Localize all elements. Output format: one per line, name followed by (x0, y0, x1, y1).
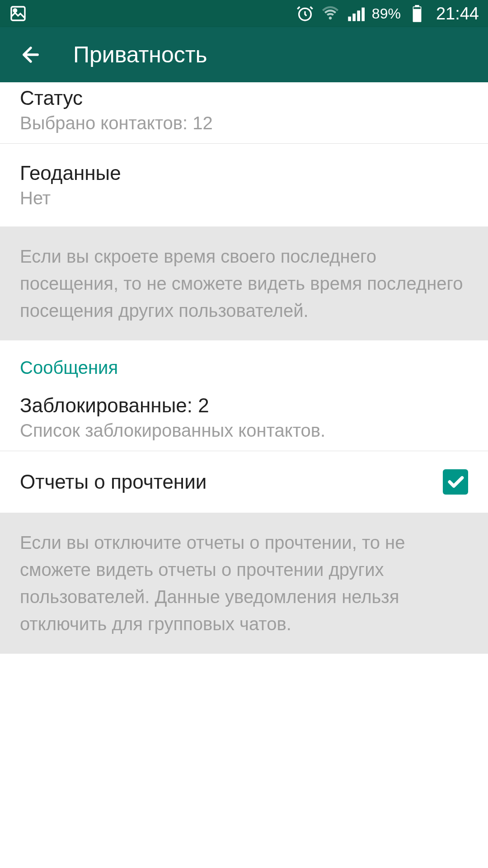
location-subtitle: Нет (20, 188, 468, 208)
status-left (9, 5, 27, 23)
location-title: Геоданные (20, 162, 468, 184)
battery-percent: 89% (372, 5, 401, 22)
location-setting[interactable]: Геоданные Нет (0, 144, 488, 226)
wifi-icon (321, 5, 339, 23)
svg-rect-6 (361, 8, 365, 21)
last-seen-info-text: Если вы скроете время своего последнего … (20, 243, 468, 324)
battery-icon (408, 5, 426, 23)
status-title: Статус (20, 87, 468, 109)
content: Статус Выбрано контактов: 12 Геоданные Н… (0, 82, 488, 654)
alarm-icon (296, 5, 314, 23)
back-button[interactable] (17, 41, 44, 68)
status-setting[interactable]: Статус Выбрано контактов: 12 (0, 82, 488, 144)
svg-rect-5 (357, 10, 360, 21)
last-seen-info: Если вы скроете время своего последнего … (0, 226, 488, 340)
svg-rect-9 (413, 7, 421, 9)
read-receipts-info: Если вы отключите отчеты о прочтении, то… (0, 513, 488, 654)
blocked-setting[interactable]: Заблокированные: 2 Список заблокированны… (0, 382, 488, 451)
time: 21:44 (436, 4, 479, 24)
blocked-subtitle: Список заблокированных контактов. (20, 420, 468, 441)
read-receipts-label: Отчеты о прочтении (20, 471, 206, 493)
status-bar: 89% 21:44 (0, 0, 488, 27)
read-receipts-info-text: Если вы отключите отчеты о прочтении, то… (20, 529, 468, 637)
app-bar: Приватность (0, 27, 488, 82)
svg-rect-4 (352, 14, 356, 21)
read-receipts-setting[interactable]: Отчеты о прочтении (0, 451, 488, 513)
status-subtitle: Выбрано контактов: 12 (20, 113, 468, 133)
svg-point-1 (14, 9, 17, 12)
section-messages-title: Сообщения (20, 358, 468, 378)
read-receipts-checkbox[interactable] (443, 469, 468, 495)
signal-icon (347, 5, 365, 23)
image-icon (9, 5, 27, 23)
status-right: 89% 21:44 (296, 4, 479, 24)
blocked-title: Заблокированные: 2 (20, 394, 468, 417)
svg-rect-3 (348, 17, 351, 21)
section-messages: Сообщения (0, 340, 488, 382)
page-title: Приватность (73, 42, 207, 68)
